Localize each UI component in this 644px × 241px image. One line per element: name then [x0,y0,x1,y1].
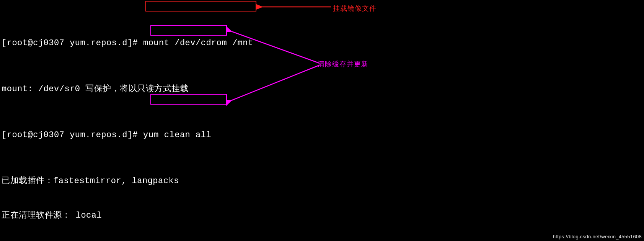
line-cmd-mount: [root@cj0307 yum.repos.d]# mount /dev/cd… [2,38,642,49]
prompt-hash: # [133,130,138,140]
line-cleaning-repos: 正在清理软件源： local [2,210,642,221]
cmd-yum-clean: yum clean all [138,130,211,140]
watermark: https://blog.csdn.net/weixin_45551608 [553,234,642,239]
annotation-clear-cache: 清除缓存并更新 [318,59,368,69]
line-plugins-loaded: 已加载插件：fastestmirror, langpacks [2,175,642,187]
prompt-hash: # [133,38,138,48]
cmd-mount: mount /dev/cdrom /mnt [138,38,253,48]
terminal[interactable]: [root@cj0307 yum.repos.d]# mount /dev/cd… [0,0,644,241]
line-mount-output: mount: /dev/sr0 写保护，将以只读方式挂载 [2,84,642,95]
prompt: [root@cj0307 yum.repos.d] [2,130,133,140]
line-cmd-yum-clean: [root@cj0307 yum.repos.d]# yum clean all [2,130,642,141]
prompt: [root@cj0307 yum.repos.d] [2,38,133,48]
annotation-mount: 挂载镜像文件 [333,4,377,13]
